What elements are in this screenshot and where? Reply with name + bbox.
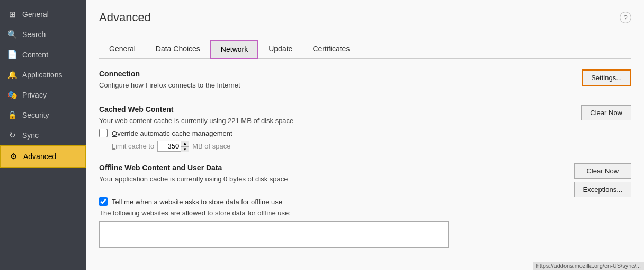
cache-input-wrap: ▲ ▼ <box>157 141 189 152</box>
offline-content-left: Offline Web Content and User Data Your a… <box>99 163 569 187</box>
sidebar-item-label: Applications <box>22 71 62 79</box>
override-cache-row: Override automatic cache management <box>99 129 581 137</box>
spin-up-button[interactable]: ▲ <box>181 141 189 146</box>
help-icon[interactable]: ? <box>620 12 631 23</box>
spin-buttons: ▲ ▼ <box>181 141 189 152</box>
cached-content-left: Cached Web Content Your web content cach… <box>99 105 581 152</box>
sidebar-item-content[interactable]: 📄 Content <box>0 45 86 65</box>
sidebar-item-label: Search <box>22 30 46 39</box>
cached-content-row: Cached Web Content Your web content cach… <box>99 105 631 152</box>
tab-data-choices[interactable]: Data Choices <box>146 40 210 59</box>
offline-web-content-title: Offline Web Content and User Data <box>99 163 569 172</box>
limit-cache-label: Limit cache to <box>112 142 154 150</box>
connection-left: Connection Configure how Firefox connect… <box>99 69 582 93</box>
override-cache-checkbox[interactable] <box>99 129 108 137</box>
cached-web-content-section: Cached Web Content Your web content cach… <box>99 105 631 152</box>
cache-limit-unit: MB of space <box>192 142 230 150</box>
status-bar: https://addons.mozilla.org/en-US/sync/..… <box>533 262 644 270</box>
sidebar-item-label: Privacy <box>22 91 47 99</box>
connection-row: Connection Configure how Firefox connect… <box>99 69 631 93</box>
header-divider <box>99 31 631 31</box>
tab-update[interactable]: Update <box>258 40 302 59</box>
offline-clear-now-button[interactable]: Clear Now <box>574 163 631 179</box>
cache-limit-row: Limit cache to ▲ ▼ MB of space <box>112 141 581 152</box>
applications-icon: 🔔 <box>7 70 17 80</box>
connection-title: Connection <box>99 69 582 78</box>
sidebar-item-label: General <box>22 10 49 19</box>
tab-certificates[interactable]: Certificates <box>302 40 360 59</box>
tab-general[interactable]: General <box>99 40 146 59</box>
offline-buttons: Clear Now Exceptions... <box>574 163 631 197</box>
cached-web-content-title: Cached Web Content <box>99 105 581 114</box>
sidebar-item-label: Content <box>22 50 48 59</box>
sidebar-item-security[interactable]: 🔒 Security <box>0 105 86 125</box>
general-icon: ⊞ <box>7 10 17 19</box>
content-icon: 📄 <box>7 50 17 59</box>
privacy-icon: 🎭 <box>7 90 17 100</box>
spin-down-button[interactable]: ▼ <box>181 146 189 152</box>
sidebar-item-privacy[interactable]: 🎭 Privacy <box>0 85 86 105</box>
sidebar-item-label: Security <box>22 111 49 119</box>
tab-network[interactable]: Network <box>210 40 258 59</box>
settings-button[interactable]: Settings... <box>582 69 631 86</box>
offline-content-top-row: Offline Web Content and User Data Your a… <box>99 163 631 197</box>
offline-web-content-description: Your application cache is currently usin… <box>99 175 569 183</box>
tell-me-checkbox[interactable] <box>99 197 108 206</box>
tell-me-label: Tell me when a website asks to store dat… <box>112 198 282 206</box>
page-header: Advanced ? <box>99 11 631 24</box>
cached-clear-now-button[interactable]: Clear Now <box>581 105 631 120</box>
sidebar: ⊞ General 🔍 Search 📄 Content 🔔 Applicati… <box>0 0 86 270</box>
security-icon: 🔒 <box>7 110 17 120</box>
sidebar-item-sync[interactable]: ↻ Sync <box>0 125 86 145</box>
tabs-container: General Data Choices Network Update Cert… <box>99 40 631 59</box>
page-title: Advanced <box>99 11 151 24</box>
override-cache-label: Override automatic cache management <box>112 129 232 137</box>
search-icon: 🔍 <box>7 30 17 39</box>
following-label: The following websites are allowed to st… <box>99 209 631 217</box>
exceptions-button[interactable]: Exceptions... <box>574 182 631 197</box>
offline-website-list <box>99 221 449 248</box>
sidebar-item-applications[interactable]: 🔔 Applications <box>0 65 86 85</box>
sidebar-item-search[interactable]: 🔍 Search <box>0 24 86 45</box>
tell-me-row: Tell me when a website asks to store dat… <box>99 197 631 206</box>
connection-description: Configure how Firefox connects to the In… <box>99 81 582 89</box>
advanced-icon: ⚙ <box>8 152 18 161</box>
sync-icon: ↻ <box>7 130 17 140</box>
sidebar-item-general[interactable]: ⊞ General <box>0 4 86 24</box>
sidebar-item-label: Advanced <box>23 152 56 161</box>
cached-clear-wrap: Clear Now <box>581 105 631 120</box>
main-content: Advanced ? General Data Choices Network … <box>86 0 644 270</box>
sidebar-item-label: Sync <box>22 131 39 140</box>
cached-web-content-description: Your web content cache is currently usin… <box>99 117 581 125</box>
connection-settings-wrap: Settings... <box>582 69 631 86</box>
sidebar-item-advanced[interactable]: ⚙ Advanced <box>0 145 86 168</box>
offline-web-content-section: Offline Web Content and User Data Your a… <box>99 163 631 248</box>
connection-section: Connection Configure how Firefox connect… <box>99 69 631 93</box>
